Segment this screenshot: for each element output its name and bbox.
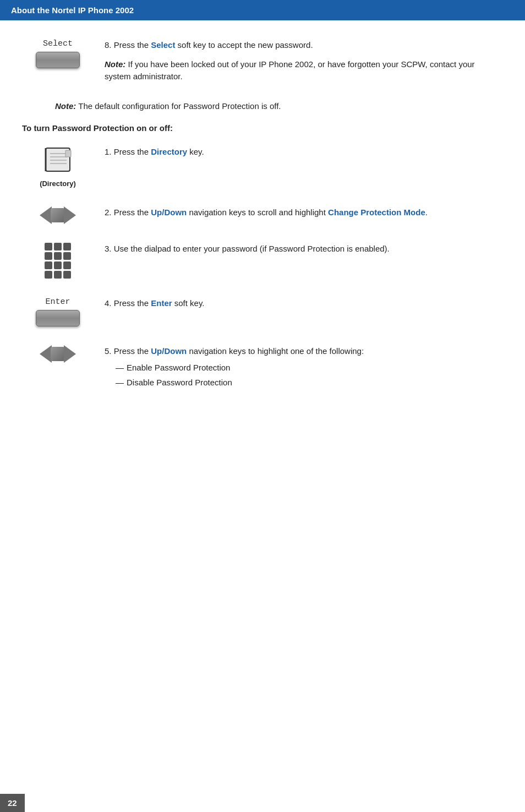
- step-2-text-after: .: [425, 208, 428, 217]
- global-note-label: Note:: [55, 101, 76, 111]
- dialpad-key-1: [45, 243, 52, 250]
- step-3-row: 3. Use the dialpad to enter your passwor…: [22, 241, 503, 279]
- dialpad-key-9: [63, 261, 71, 269]
- dialpad-key-7: [45, 261, 52, 269]
- step-8-text-before: Press the: [114, 40, 151, 50]
- dialpad-key-3: [63, 243, 71, 250]
- step-5-number: 5.: [105, 346, 112, 356]
- dialpad-key-8: [54, 261, 62, 269]
- page-number: 22: [0, 794, 25, 812]
- dialpad-key-6: [63, 252, 71, 260]
- step-4-highlight: Enter: [151, 298, 172, 308]
- center-block-2: [51, 347, 65, 361]
- step-2-row: 2. Press the Up/Down navigation keys to …: [22, 204, 503, 224]
- step-2-highlight1: Up/Down: [151, 208, 187, 217]
- center-block: [51, 208, 65, 222]
- step-8-note: Note: If you have been locked out of you…: [105, 58, 503, 83]
- step-8-icon: Select: [22, 37, 94, 68]
- step-2-highlight2: Change Protection Mode: [328, 208, 425, 217]
- enter-softkey-image: [36, 310, 80, 326]
- step-4-icon: Enter: [22, 295, 94, 326]
- select-label-text: Select: [43, 39, 73, 48]
- nav-arrows-image: [40, 206, 76, 224]
- dialpad-key-5: [54, 252, 62, 260]
- directory-label: (Directory): [40, 179, 76, 188]
- step-8-note-label: Note:: [105, 59, 125, 69]
- step-2-icon: [22, 204, 94, 224]
- step-5-text: 5. Press the Up/Down navigation keys to …: [105, 343, 503, 391]
- dialpad-key-2: [54, 243, 62, 250]
- step-3-text: 3. Use the dialpad to enter your passwor…: [105, 241, 503, 255]
- sub-item-2: Disable Password Protection: [127, 378, 232, 387]
- left-arrow: [40, 206, 52, 224]
- dialpad-key-12: [63, 271, 71, 279]
- list-item: Enable Password Protection: [116, 362, 503, 374]
- step-3-content: Use the dialpad to enter your password (…: [114, 244, 390, 253]
- dialpad-image: [45, 243, 71, 279]
- step-8-text-after: soft key to accept the new password.: [175, 40, 313, 50]
- step-5-icon: [22, 343, 94, 363]
- step-1-icon: (Directory): [22, 144, 94, 188]
- header-title: About the Nortel IP Phone 2002: [11, 6, 134, 15]
- step-4-text-before: Press the: [114, 298, 151, 308]
- global-note: Note: The default configuration for Pass…: [55, 100, 503, 112]
- select-softkey-image: [36, 52, 80, 68]
- dialpad-key-4: [45, 252, 52, 260]
- step-1-text-after: key.: [187, 147, 204, 156]
- sub-item-1: Enable Password Protection: [127, 363, 230, 372]
- step-8-text: 8. Press the Select soft key to accept t…: [105, 37, 503, 83]
- step-5-text-before: Press the: [114, 346, 151, 356]
- enter-label-text: Enter: [45, 297, 70, 307]
- step-1-number: 1.: [105, 147, 112, 156]
- step-2-number: 2.: [105, 208, 112, 217]
- step-3-number: 3.: [105, 244, 112, 253]
- step-3-icon: [22, 241, 94, 279]
- step-4-text-after: soft key.: [172, 298, 205, 308]
- step-8-note-text: If you have been locked out of your IP P…: [105, 59, 475, 81]
- step-1-text: 1. Press the Directory key.: [105, 144, 503, 159]
- step-1-highlight: Directory: [151, 147, 187, 156]
- right-arrow: [64, 206, 76, 224]
- step-5-highlight: Up/Down: [151, 346, 187, 356]
- list-item: Disable Password Protection: [116, 377, 503, 389]
- step-2-text-before: Press the: [114, 208, 151, 217]
- dialpad-key-10: [45, 271, 52, 279]
- left-arrow-2: [40, 345, 52, 363]
- nav-arrows-image-2: [40, 345, 76, 363]
- step-8-row: Select 8. Press the Select soft key to a…: [22, 37, 503, 83]
- step-5-sub-list: Enable Password Protection Disable Passw…: [105, 362, 503, 389]
- section-heading: To turn Password Protection on or off:: [22, 123, 503, 133]
- directory-icon-svg: [41, 146, 74, 176]
- step-8-highlight: Select: [151, 40, 175, 50]
- step-5-text-after: navigation keys to highlight one of the …: [187, 346, 364, 356]
- svg-rect-6: [65, 150, 71, 157]
- right-arrow-2: [64, 345, 76, 363]
- step-5-row: 5. Press the Up/Down navigation keys to …: [22, 343, 503, 391]
- step-2-text: 2. Press the Up/Down navigation keys to …: [105, 204, 503, 219]
- step-8-number: 8.: [105, 40, 112, 50]
- directory-icon-wrapper: (Directory): [40, 146, 76, 188]
- step-4-text: 4. Press the Enter soft key.: [105, 295, 503, 310]
- step-4-number: 4.: [105, 298, 112, 308]
- dialpad-key-11: [54, 271, 62, 279]
- step-4-row: Enter 4. Press the Enter soft key.: [22, 295, 503, 326]
- step-1-text-before: Press the: [114, 147, 151, 156]
- step-1-row: (Directory) 1. Press the Directory key.: [22, 144, 503, 188]
- header-bar: About the Nortel IP Phone 2002: [0, 0, 525, 20]
- step-2-text-middle: navigation keys to scroll and highlight: [187, 208, 328, 217]
- global-note-text: The default configuration for Password P…: [76, 101, 281, 111]
- main-content: Select 8. Press the Select soft key to a…: [0, 37, 525, 440]
